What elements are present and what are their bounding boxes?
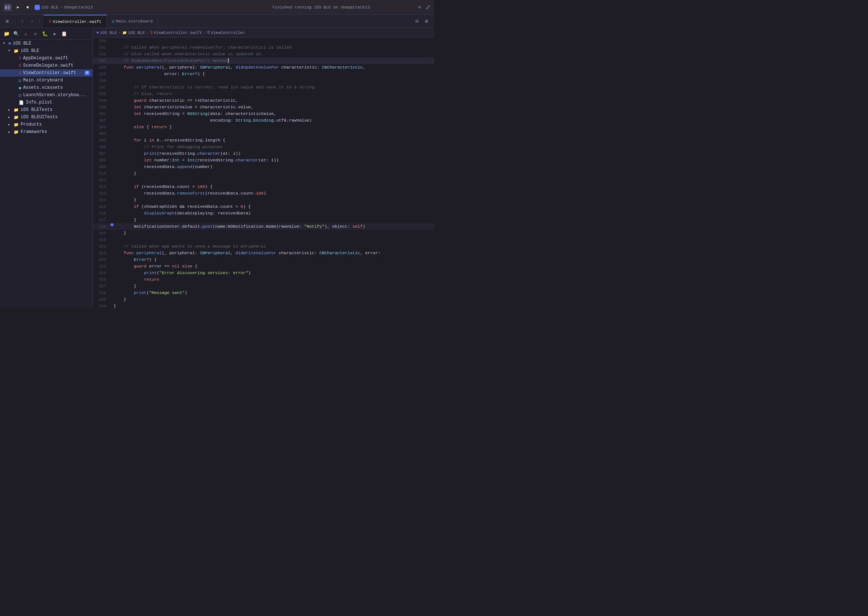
tab-main-storyboard[interactable]: ◱ Main.storyboard [107, 15, 158, 28]
path-label-iosble: iOS BLE [100, 31, 117, 35]
code-line-293: 293 // didUpdateNotificationStateFor() m… [93, 58, 434, 64]
sidebar-toggle-button[interactable] [4, 3, 12, 11]
code-line-318: 318 NotificationCenter.default.post(name… [93, 223, 434, 230]
line-number: 314 [93, 197, 110, 203]
class-path-icon: C [207, 31, 210, 35]
line-number: 326 [93, 276, 110, 283]
code-line-298: 298 // Else, return [93, 91, 434, 97]
code-line-301: 301 let receivedString = NSString(data: … [93, 110, 434, 117]
sidebar-label-iosble-root: iOS BLE [13, 41, 31, 46]
chevron-right-icon-2: ▶ [8, 115, 12, 119]
path-viewcontroller-class[interactable]: C ViewController [207, 31, 245, 35]
sidebar-item-viewcontroller[interactable]: S ViewController.swift M [0, 69, 93, 77]
line-number: 329 [93, 296, 110, 303]
sidebar-label-launchscreen: LaunchScreen.storyboa... [23, 93, 87, 97]
code-line-290: 290 [93, 38, 434, 44]
code-line-328: 328 print("Message sent") [93, 289, 434, 296]
sidebar-item-bleuitests[interactable]: ▶ 📁 iOS BLEUITests [0, 113, 93, 121]
code-line-308: 308 let number:Int = Int(receivedString.… [93, 157, 434, 163]
line-number: 305 [93, 137, 110, 144]
code-line-292: 292 // Also called when characteristic v… [93, 51, 434, 58]
storyboard-file-icon: ◱ [112, 19, 114, 24]
path-chevron-1: › [118, 31, 121, 35]
line-content: // Print for debugging purposes [113, 144, 434, 150]
line-number: 300 [93, 104, 110, 110]
layout-icon[interactable]: ⊟ [413, 18, 421, 25]
tab-viewcontroller-swift[interactable]: S ViewController.swift [44, 15, 107, 28]
svg-rect-1 [7, 6, 10, 6]
scheme-label[interactable]: iOS BLE [41, 5, 58, 9]
line-number: 298 [93, 91, 110, 97]
path-viewcontroller-file[interactable]: S ViewController.swift [150, 31, 202, 35]
line-number: 328 [93, 289, 110, 296]
breadcrumb-chevron: › [60, 5, 62, 9]
code-line-314: 314 } [93, 197, 434, 203]
code-line-304: 304 [93, 130, 434, 137]
code-line-313: 313 receivedData.removeFirst(receivedDat… [93, 190, 434, 197]
back-nav-button[interactable]: ‹ [19, 18, 26, 25]
sidebar-label-viewcontroller: ViewController.swift [23, 71, 76, 75]
expand-button[interactable]: ⤢ [425, 4, 430, 11]
folder-icon: 📁 [14, 49, 19, 53]
navigator-warning-icon[interactable]: ⚠ [22, 30, 30, 38]
line-content: displayGraph(dataDisplaying: receivedDat… [113, 210, 434, 217]
path-label-class: ViewController [211, 31, 245, 35]
line-number: 304 [93, 130, 110, 137]
sidebar-item-scenedelegate[interactable]: S SceneDelegate.swift [0, 62, 93, 69]
sidebar-item-mainstoryboard[interactable]: ◱ Main.storyboard [0, 77, 93, 84]
status-message: Finished running iOS BLE on shaqattack13 [226, 5, 417, 9]
line-content: for i in 0..<receivedString.length { [113, 137, 434, 144]
sidebar-item-iosble-root[interactable]: ▼ ■ iOS BLE [0, 40, 93, 47]
code-line-302: 302 encoding: String.Encoding.utf8.rawVa… [93, 117, 434, 124]
line-content: error: Error?) { [113, 71, 434, 77]
line-content: guard error == nil else { [113, 263, 434, 270]
inspector-icon[interactable]: ⊞ [423, 18, 430, 25]
line-content: if (receivedData.count > 100) { [113, 184, 434, 190]
line-number: 292 [93, 51, 110, 58]
folder-icon-4: 📁 [14, 122, 19, 127]
device-label[interactable]: shaqattack13 [64, 5, 93, 9]
path-iosble-project[interactable]: ■ iOS BLE [97, 31, 117, 35]
play-button[interactable]: ▶ [15, 4, 21, 11]
sidebar-item-launchscreen[interactable]: ◱ LaunchScreen.storyboa... [0, 91, 93, 99]
scheme-icon-item: iOS BLE [35, 5, 58, 10]
forward-nav-button[interactable]: › [28, 18, 36, 25]
path-iosble-group[interactable]: 📁 iOS BLE [122, 31, 145, 35]
line-content: // Called when app wants to send a messa… [113, 243, 434, 250]
sidebar-item-appdelegate[interactable]: S AppDelegate.swift [0, 55, 93, 62]
navigator-report-icon[interactable]: 📋 [60, 30, 68, 38]
sidebar-item-frameworks[interactable]: ▶ 📁 Frameworks [0, 128, 93, 135]
sidebar-item-assets[interactable]: ◼ Assets.xcassets [0, 84, 93, 91]
sidebar-label-products: Products [20, 122, 42, 127]
code-line-299: 299 guard characteristic == rxCharacteri… [93, 97, 434, 104]
line-content: func peripheral(_ peripheral: CBPeripher… [113, 250, 434, 256]
sidebar-label-infoplist: Info.plist [26, 100, 52, 105]
navigator-folder-icon[interactable]: 📁 [3, 30, 10, 38]
navigator-debug-icon[interactable]: 🐛 [41, 30, 49, 38]
line-number: 319 [93, 230, 110, 237]
add-button[interactable]: ＋ [417, 3, 422, 11]
sidebar-item-infoplist[interactable]: 📄 Info.plist [0, 99, 93, 106]
breakpoint-marker[interactable] [110, 223, 113, 226]
code-line-310: 310 } [93, 170, 434, 177]
sidebar-item-products[interactable]: ▶ 📁 Products [0, 121, 93, 128]
chevron-right-icon: ▶ [8, 108, 12, 112]
sidebar-item-bletests[interactable]: ▶ 📁 iOS BLETests [0, 106, 93, 113]
code-line-294: 294 func peripheral(_ peripheral: CBPeri… [93, 64, 434, 71]
code-line-322: 322 func peripheral(_ peripheral: CBPeri… [93, 250, 434, 256]
path-label-viewcontroller: ViewController.swift [154, 31, 202, 35]
navigator-search-icon[interactable]: 🔍 [13, 30, 20, 38]
code-editor[interactable]: 290 291 // Called when peripheral.readVa… [93, 38, 434, 308]
navigator-scm-icon[interactable]: ◈ [51, 30, 58, 38]
sidebar-item-iosble-group[interactable]: ▼ 📁 iOS BLE [0, 47, 93, 55]
grid-icon[interactable]: ⊞ [4, 18, 11, 25]
folder-icon-2: 📁 [14, 108, 19, 112]
svg-rect-3 [7, 8, 10, 9]
line-content: NotificationCenter.default.post(name:NSN… [113, 223, 434, 230]
navigator-test-icon[interactable]: ◇ [32, 30, 39, 38]
stop-button[interactable]: ■ [24, 4, 31, 11]
sidebar-label-bleuitests: iOS BLEUITests [20, 115, 58, 120]
line-content: // Also called when characteristic value… [113, 51, 434, 58]
toolbar-separator-2 [39, 19, 40, 24]
sidebar-label-frameworks: Frameworks [20, 129, 47, 135]
